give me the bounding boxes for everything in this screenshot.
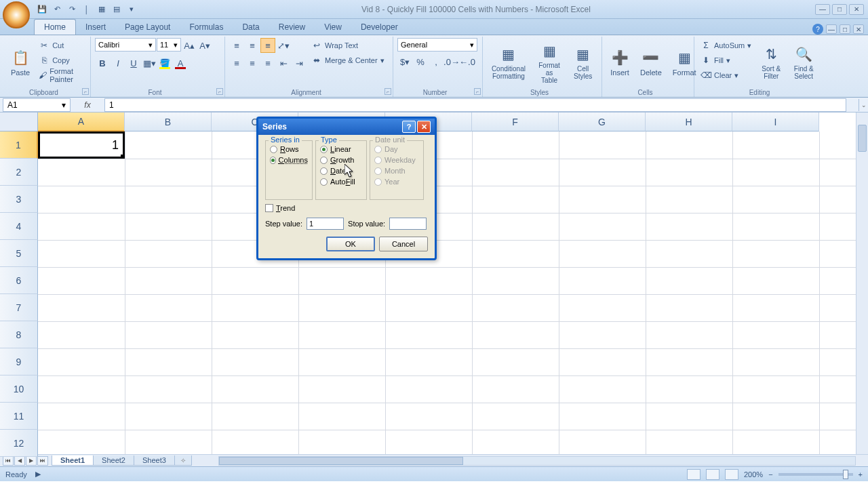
font-name-select[interactable]: Calibri▾ (95, 38, 156, 52)
close-button[interactable]: ✕ (849, 4, 864, 15)
step-value-input[interactable] (307, 218, 344, 230)
normal-view-button[interactable] (687, 469, 701, 480)
shrink-font-button[interactable]: A▾ (197, 38, 212, 53)
sheet-nav-next-icon[interactable]: ▶ (26, 456, 37, 466)
save-icon[interactable]: 💾 (37, 4, 47, 15)
cut-button[interactable]: ✂Cut (37, 38, 86, 53)
row-header-12[interactable]: 12 (0, 430, 38, 457)
sheet-nav-prev-icon[interactable]: ◀ (14, 456, 25, 466)
sheet-nav-last-icon[interactable]: ⏭ (37, 456, 48, 466)
col-header-a[interactable]: A (38, 113, 125, 131)
percent-button[interactable]: % (413, 54, 428, 69)
align-left-button[interactable]: ≡ (229, 56, 244, 70)
number-format-select[interactable]: General▾ (397, 38, 477, 52)
tab-formulas[interactable]: Formulas (180, 20, 233, 35)
merge-center-button[interactable]: ⬌Merge & Center ▾ (309, 53, 387, 68)
macro-record-icon[interactable]: ▶ (35, 470, 41, 479)
bold-button[interactable]: B (95, 56, 110, 70)
row-header-3[interactable]: 3 (0, 186, 38, 213)
ribbon-minimize-button[interactable]: — (826, 24, 837, 34)
zoom-out-button[interactable]: − (768, 470, 772, 479)
growth-radio[interactable]: Growth (320, 155, 362, 165)
zoom-in-button[interactable]: + (859, 470, 863, 479)
formula-input[interactable]: 1 (104, 98, 846, 112)
tab-review[interactable]: Review (269, 20, 315, 35)
sheet-tab-1[interactable]: Sheet1 (52, 455, 94, 466)
sort-filter-button[interactable]: ⇅Sort & Filter (756, 38, 786, 87)
dialog-titlebar[interactable]: Series ? ✕ (258, 119, 435, 135)
row-header-4[interactable]: 4 (0, 213, 38, 240)
align-middle-button[interactable]: ≡ (245, 38, 260, 53)
align-bottom-button[interactable]: ≡ (260, 38, 275, 53)
row-header-6[interactable]: 6 (0, 267, 38, 294)
undo-icon[interactable]: ↶ (52, 4, 62, 15)
zoom-thumb[interactable] (843, 470, 848, 479)
vertical-scrollbar[interactable] (856, 113, 868, 454)
row-header-11[interactable]: 11 (0, 403, 38, 430)
horizontal-scrollbar[interactable] (218, 456, 856, 466)
row-header-9[interactable]: 9 (0, 348, 38, 375)
dialog-help-button[interactable]: ? (402, 121, 416, 133)
ok-button[interactable]: OK (326, 237, 375, 251)
columns-radio[interactable]: Columns (270, 155, 308, 165)
sheet-tab-3[interactable]: Sheet3 (134, 455, 175, 466)
linear-radio[interactable]: Linear (320, 144, 362, 155)
italic-button[interactable]: I (111, 56, 125, 70)
row-header-5[interactable]: 5 (0, 240, 38, 267)
cells-area[interactable]: 1 (38, 131, 856, 454)
hscroll-thumb[interactable] (219, 457, 463, 465)
zoom-slider[interactable] (778, 473, 853, 476)
currency-button[interactable]: $▾ (397, 54, 412, 69)
new-sheet-button[interactable]: ✧ (174, 455, 192, 466)
clear-button[interactable]: ⌫Clear ▾ (698, 68, 753, 83)
tab-view[interactable]: View (315, 20, 351, 35)
align-top-button[interactable]: ≡ (229, 38, 244, 53)
sheet-tab-2[interactable]: Sheet2 (93, 455, 134, 466)
maximize-button[interactable]: □ (832, 4, 847, 15)
orientation-button[interactable]: ⤢▾ (276, 38, 291, 53)
insert-cells-button[interactable]: ➕Insert (606, 38, 633, 87)
col-header-b[interactable]: B (125, 113, 212, 131)
autofill-radio[interactable]: AutoFill (320, 176, 362, 187)
increase-indent-button[interactable]: ⇥ (292, 56, 307, 70)
format-as-table-button[interactable]: ▦Format as Table (533, 38, 566, 87)
align-right-button[interactable]: ≡ (260, 56, 275, 70)
fill-color-button[interactable]: 🪣 (157, 56, 172, 70)
col-header-h[interactable]: H (646, 113, 732, 131)
row-header-10[interactable]: 10 (0, 375, 38, 403)
underline-button[interactable]: U (126, 56, 141, 70)
font-color-button[interactable]: A (173, 56, 188, 70)
grow-font-button[interactable]: A▴ (182, 38, 197, 53)
stop-value-input[interactable] (389, 218, 427, 230)
fill-handle[interactable] (121, 155, 125, 159)
help-icon[interactable]: ? (812, 24, 823, 35)
border-button[interactable]: ▦▾ (142, 56, 157, 70)
font-size-select[interactable]: 11▾ (157, 38, 181, 52)
alignment-expand-icon[interactable]: ⌐ (384, 88, 391, 95)
cell-styles-button[interactable]: ▦Cell Styles (568, 38, 597, 87)
name-box[interactable]: A1▾ (3, 98, 71, 112)
date-radio[interactable]: Date (320, 165, 362, 176)
qat-dropdown-icon[interactable]: ▾ (126, 4, 137, 15)
formula-bar-expand-icon[interactable]: ⌄ (859, 99, 868, 111)
clipboard-expand-icon[interactable]: ⌐ (82, 88, 89, 95)
row-header-7[interactable]: 7 (0, 294, 38, 321)
qat-custom-2-icon[interactable]: ▤ (111, 4, 122, 15)
vscroll-thumb[interactable] (858, 125, 867, 152)
format-painter-button[interactable]: 🖌Format Painter (37, 68, 86, 83)
cancel-button[interactable]: Cancel (379, 237, 428, 251)
copy-button[interactable]: ⎘Copy (37, 53, 86, 68)
col-header-g[interactable]: G (559, 113, 646, 131)
conditional-formatting-button[interactable]: ▦Conditional Formatting (487, 38, 530, 87)
zoom-level[interactable]: 200% (744, 470, 763, 479)
tab-developer[interactable]: Developer (351, 20, 408, 35)
col-header-f[interactable]: F (472, 113, 559, 131)
ribbon-close-button[interactable]: ✕ (853, 24, 864, 34)
tab-data[interactable]: Data (233, 20, 269, 35)
trend-checkbox[interactable]: Trend (265, 204, 428, 212)
minimize-button[interactable]: — (815, 4, 830, 15)
comma-button[interactable]: , (429, 54, 443, 69)
font-expand-icon[interactable]: ⌐ (216, 88, 223, 95)
row-header-1[interactable]: 1 (0, 131, 38, 159)
dialog-close-button[interactable]: ✕ (417, 121, 431, 133)
